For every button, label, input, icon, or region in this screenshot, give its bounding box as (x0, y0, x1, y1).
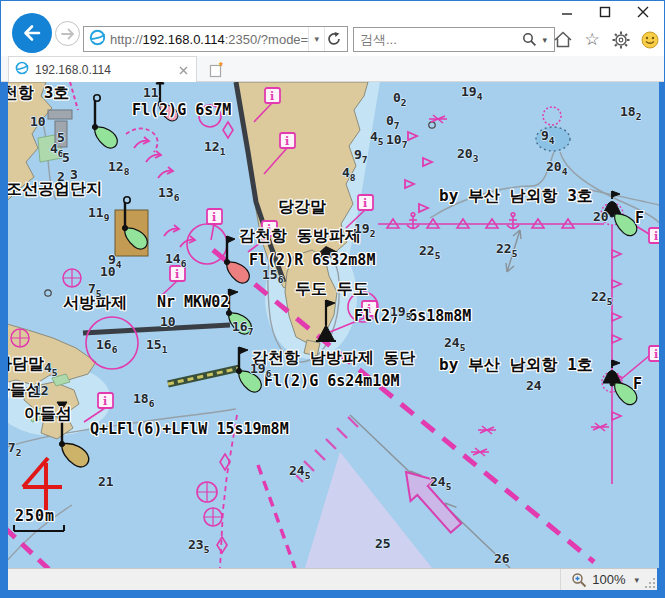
minimize-icon (561, 6, 573, 18)
nautical-chart[interactable]: i i i i i i i i i i (8, 82, 659, 568)
close-icon (637, 6, 649, 18)
new-tab-icon: * (209, 62, 225, 78)
zoom-level: 100% (592, 572, 625, 587)
svg-text:i: i (285, 135, 289, 148)
tab-title: 192.168.0.114 (35, 63, 177, 77)
star-icon: ☆ (584, 31, 599, 48)
back-button[interactable] (12, 13, 52, 53)
maximize-button[interactable] (586, 1, 624, 23)
navigation-toolbar: http://192.168.0.114:2350/?mode=cer ▾ ▾ (1, 24, 664, 56)
search-icon[interactable] (520, 32, 539, 47)
nautical-chart-canvas: i i i i i i i i i i (8, 82, 659, 568)
arrow-left-icon (20, 21, 44, 45)
title-bar (1, 1, 664, 24)
browser-viewport: i i i i i i i i i i (1, 82, 664, 597)
zoom-control[interactable]: 100% ▾ (560, 569, 643, 590)
svg-text:i: i (267, 223, 271, 236)
svg-text:i: i (654, 348, 658, 361)
status-bar: 100% ▾ (8, 568, 657, 590)
zoom-dropdown-button[interactable]: ▾ (630, 575, 643, 585)
svg-text:i: i (363, 197, 367, 210)
home-icon (554, 31, 572, 48)
svg-text:i: i (654, 230, 658, 243)
tab-192-168-0-114[interactable]: 192.168.0.114 (8, 56, 197, 82)
maximize-icon (599, 6, 611, 18)
feedback-button[interactable] (640, 30, 660, 50)
svg-text:i: i (103, 395, 107, 408)
minimize-button[interactable] (548, 1, 586, 23)
close-button[interactable] (624, 1, 662, 23)
svg-text:*: * (219, 62, 223, 72)
favorites-button[interactable]: ☆ (582, 30, 602, 50)
arrow-right-icon (60, 26, 76, 42)
resize-grip[interactable] (644, 577, 656, 589)
svg-text:i: i (270, 90, 274, 103)
home-button[interactable] (553, 30, 573, 50)
svg-text:i: i (175, 268, 179, 281)
search-dropdown-button[interactable]: ▾ (539, 35, 554, 45)
search-input[interactable] (354, 32, 520, 47)
gear-icon (612, 31, 630, 49)
address-bar[interactable]: http://192.168.0.114:2350/?mode=cer ▾ (83, 26, 348, 52)
new-tab-button[interactable]: * (204, 60, 230, 79)
address-dropdown-button[interactable]: ▾ (308, 27, 324, 51)
tab-close-button[interactable] (177, 59, 190, 81)
ie-logo-icon (15, 61, 29, 79)
shoal-patch (536, 127, 570, 151)
search-box: ▾ (353, 27, 555, 52)
close-icon (179, 66, 188, 75)
settings-button[interactable] (611, 30, 631, 50)
ie-logo-icon (89, 29, 106, 50)
forward-button[interactable] (55, 21, 80, 46)
tab-bar: 192.168.0.114 * (1, 56, 664, 82)
smiley-icon (641, 31, 659, 49)
svg-text:i: i (367, 303, 371, 316)
refresh-icon (327, 32, 341, 46)
browser-window: http://192.168.0.114:2350/?mode=cer ▾ ▾ (0, 0, 665, 598)
svg-text:i: i (212, 211, 216, 224)
url-text: http://192.168.0.114:2350/?mode=cer (110, 32, 308, 47)
zoom-magnifier-icon (571, 572, 587, 588)
refresh-button[interactable] (324, 27, 347, 51)
